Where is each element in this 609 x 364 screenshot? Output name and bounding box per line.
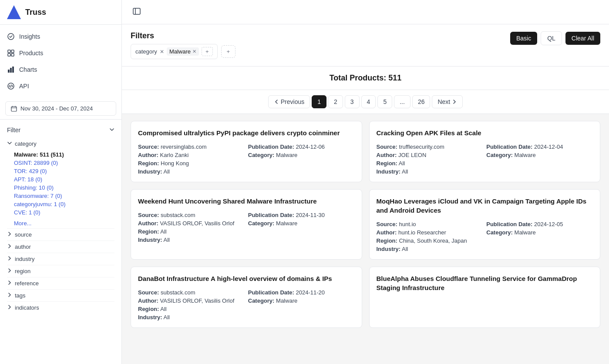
- category-cve-item[interactable]: CVE: 1 (0): [14, 208, 114, 217]
- source-row-p5: Source: substack.com: [138, 289, 245, 296]
- page-4-button[interactable]: 4: [361, 95, 376, 108]
- card-title-p3: Weekend Hunt Uncovering Shared Malware I…: [138, 197, 355, 206]
- card-title-p2: Cracking Open APK Files at Scale: [377, 128, 593, 137]
- add-filter-group-button[interactable]: +: [221, 45, 236, 58]
- clear-all-button[interactable]: Clear All: [565, 32, 600, 45]
- total-products-bar: Total Products: 511: [122, 67, 609, 90]
- svg-rect-3: [8, 53, 10, 56]
- page-3-button[interactable]: 3: [345, 95, 360, 108]
- category-tor-item[interactable]: TOR: 429 (0): [14, 167, 114, 175]
- product-card-p2[interactable]: Cracking Open APK Files at Scale Source:…: [369, 121, 601, 182]
- category-ransomware-item[interactable]: Ransomware: 7 (0): [14, 192, 114, 200]
- malware-filter-value: Malware ✕: [167, 47, 199, 56]
- card-meta-right-p3: Publication Date: 2024-11-30 Category: M…: [248, 212, 355, 243]
- page-5-button[interactable]: 5: [377, 95, 392, 108]
- region-chevron-right-icon: [7, 268, 12, 274]
- author-row-p5: Author: VASILIS ORLOF, Vasilis Orlof: [138, 297, 245, 304]
- category-phishing-item[interactable]: Phishing: 10 (0): [14, 184, 114, 192]
- page-1-button[interactable]: 1: [312, 95, 326, 108]
- nav-items: Insights Products Charts API: [0, 25, 121, 98]
- card-title-p4: MoqHao Leverages iCloud and VK in Campai…: [377, 197, 593, 215]
- tags-section[interactable]: tags: [7, 289, 114, 301]
- malware-filter-remove-icon[interactable]: ✕: [192, 49, 196, 54]
- api-label: API: [19, 83, 29, 90]
- industry-label: industry: [15, 256, 35, 262]
- category-row-p5: Category: Malware: [248, 297, 355, 304]
- sidebar-item-insights[interactable]: Insights: [0, 28, 121, 45]
- industry-row-p1: Industry: All: [138, 168, 245, 175]
- card-meta-left-p2: Source: trufflesecurity.com Author: JOE …: [377, 144, 483, 175]
- date-range-picker[interactable]: Nov 30, 2024 - Dec 07, 2024: [5, 101, 116, 116]
- region-row-p2: Region: All: [377, 160, 483, 167]
- filters-bar: Filters category ✕ Malware ✕ + +: [122, 24, 609, 67]
- product-card-p6[interactable]: BlueAlpha Abuses Cloudflare Tunneling Se…: [369, 267, 601, 328]
- industry-row-p2: Industry: All: [377, 168, 483, 175]
- source-row-p4: Source: hunt.io: [377, 221, 483, 227]
- calendar-icon: [11, 106, 17, 112]
- svg-rect-5: [8, 70, 10, 73]
- category-malware-item[interactable]: Malware: 511 (511): [14, 150, 114, 159]
- sidebar: Truss Insights Products Charts API: [0, 0, 122, 364]
- filter-header[interactable]: Filter: [7, 125, 114, 135]
- category-items: Malware: 511 (511) OSINT: 28899 (0) TOR:…: [7, 150, 114, 228]
- card-meta-p5: Source: substack.com Author: VASILIS ORL…: [138, 289, 355, 321]
- svg-rect-7: [12, 67, 14, 73]
- page-26-button[interactable]: 26: [412, 95, 431, 108]
- card-meta-left-p5: Source: substack.com Author: VASILIS ORL…: [138, 289, 245, 321]
- product-card-p1[interactable]: Compromised ultralytics PyPI package del…: [131, 121, 362, 182]
- pubdate-row-p1: Publication Date: 2024-12-06: [248, 144, 355, 150]
- category-juvmu-item[interactable]: categoryjuvmu: 1 (0): [14, 200, 114, 208]
- sidebar-toggle-button[interactable]: [131, 5, 143, 19]
- filters-right: Basic QL Clear All: [510, 31, 600, 45]
- pagination: Previous 1 2 3 4 5 ... 26 Next: [122, 90, 609, 114]
- product-card-p4[interactable]: MoqHao Leverages iCloud and VK in Campai…: [369, 189, 601, 260]
- sidebar-item-api[interactable]: API: [0, 78, 121, 94]
- industry-section[interactable]: industry: [7, 253, 114, 265]
- filter-section: Filter category Malware: 511 (511) OSINT…: [0, 119, 121, 319]
- card-meta-p4: Source: hunt.io Author: hunt.io Research…: [377, 221, 593, 252]
- card-title-p5: DanaBot Infrastructure A high-level over…: [138, 274, 355, 283]
- next-page-button[interactable]: Next: [432, 95, 463, 108]
- reference-section[interactable]: reference: [7, 277, 114, 289]
- filters-title: Filters: [131, 31, 236, 40]
- sidebar-header: Truss: [0, 0, 121, 25]
- filter-tags: category ✕ Malware ✕ + +: [131, 44, 236, 59]
- source-row-p1: Source: reversinglabs.com: [138, 144, 245, 150]
- region-section[interactable]: region: [7, 265, 114, 277]
- indicators-section[interactable]: indicators: [7, 301, 114, 314]
- svg-rect-4: [11, 53, 14, 56]
- category-group-header[interactable]: category: [7, 139, 114, 149]
- source-chevron-right-icon: [7, 231, 12, 238]
- top-bar: [122, 0, 609, 24]
- charts-icon: [7, 66, 15, 73]
- filter-label: Filter: [7, 127, 20, 134]
- filter-chevron-down-icon: [109, 127, 114, 134]
- page-2-button[interactable]: 2: [328, 95, 343, 108]
- svg-rect-6: [10, 68, 12, 73]
- ql-button[interactable]: QL: [541, 31, 562, 45]
- add-filter-value-button[interactable]: +: [202, 47, 213, 56]
- category-osint-item[interactable]: OSINT: 28899 (0): [14, 159, 114, 167]
- author-section[interactable]: author: [7, 240, 114, 253]
- source-row-p3: Source: substack.com: [138, 212, 245, 218]
- sidebar-item-charts[interactable]: Charts: [0, 61, 121, 78]
- insights-label: Insights: [19, 33, 40, 40]
- pubdate-row-p4: Publication Date: 2024-12-05: [486, 221, 593, 227]
- category-apt-item[interactable]: APT: 18 (0): [14, 175, 114, 184]
- basic-button[interactable]: Basic: [510, 32, 537, 45]
- more-link[interactable]: More...: [14, 218, 114, 228]
- sidebar-item-products[interactable]: Products: [0, 45, 121, 61]
- category-filter-remove-icon[interactable]: ✕: [160, 49, 164, 55]
- category-filter-label: category: [135, 48, 157, 55]
- reference-label: reference: [15, 280, 39, 287]
- card-meta-right-p2: Publication Date: 2024-12-04 Category: M…: [486, 144, 593, 175]
- indicators-label: indicators: [15, 304, 39, 311]
- category-group-label: category: [15, 140, 37, 147]
- pubdate-row-p3: Publication Date: 2024-11-30: [248, 212, 355, 218]
- date-range-text: Nov 30, 2024 - Dec 07, 2024: [20, 105, 93, 112]
- product-card-p5[interactable]: DanaBot Infrastructure A high-level over…: [131, 267, 362, 328]
- source-section[interactable]: source: [7, 228, 114, 240]
- industry-row-p5: Industry: All: [138, 314, 245, 321]
- previous-page-button[interactable]: Previous: [268, 95, 310, 108]
- product-card-p3[interactable]: Weekend Hunt Uncovering Shared Malware I…: [131, 189, 362, 260]
